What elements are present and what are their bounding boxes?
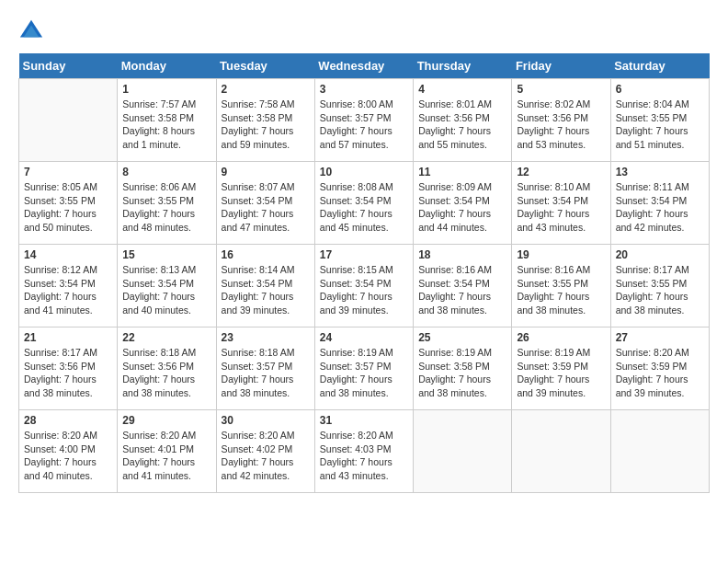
cell-date-number: 23 bbox=[222, 331, 310, 344]
calendar-cell: 1Sunrise: 7:57 AMSunset: 3:58 PMDaylight… bbox=[118, 79, 216, 162]
cell-date-number: 31 bbox=[320, 414, 408, 427]
cell-date-number: 3 bbox=[320, 83, 408, 96]
calendar-cell: 21Sunrise: 8:17 AMSunset: 3:56 PMDayligh… bbox=[19, 327, 118, 410]
cell-date-number: 15 bbox=[122, 248, 210, 261]
calendar-cell: 27Sunrise: 8:20 AMSunset: 3:59 PMDayligh… bbox=[610, 327, 709, 410]
calendar-cell: 17Sunrise: 8:15 AMSunset: 3:54 PMDayligh… bbox=[314, 245, 413, 327]
column-header-wednesday: Wednesday bbox=[314, 53, 413, 79]
cell-info-text: Sunrise: 8:04 AMSunset: 3:55 PMDaylight:… bbox=[616, 98, 704, 152]
cell-info-text: Sunrise: 8:20 AMSunset: 4:00 PMDaylight:… bbox=[24, 429, 112, 483]
cell-date-number: 12 bbox=[517, 166, 605, 178]
logo-icon bbox=[18, 18, 44, 44]
calendar-cell: 19Sunrise: 8:16 AMSunset: 3:55 PMDayligh… bbox=[512, 245, 610, 327]
cell-info-text: Sunrise: 8:16 AMSunset: 3:55 PMDaylight:… bbox=[517, 263, 605, 317]
cell-info-text: Sunrise: 8:14 AMSunset: 3:54 PMDaylight:… bbox=[222, 263, 310, 317]
cell-date-number: 4 bbox=[418, 83, 506, 96]
cell-info-text: Sunrise: 8:08 AMSunset: 3:54 PMDaylight:… bbox=[320, 180, 408, 235]
calendar-cell: 26Sunrise: 8:19 AMSunset: 3:59 PMDayligh… bbox=[512, 327, 610, 410]
calendar-cell bbox=[19, 79, 118, 162]
column-header-thursday: Thursday bbox=[414, 53, 512, 79]
cell-info-text: Sunrise: 8:17 AMSunset: 3:55 PMDaylight:… bbox=[616, 263, 704, 317]
cell-info-text: Sunrise: 8:05 AMSunset: 3:55 PMDaylight:… bbox=[24, 180, 112, 235]
calendar-week-2: 7Sunrise: 8:05 AMSunset: 3:55 PMDaylight… bbox=[19, 162, 710, 245]
column-header-sunday: Sunday bbox=[19, 53, 118, 79]
cell-info-text: Sunrise: 7:58 AMSunset: 3:58 PMDaylight:… bbox=[222, 98, 310, 152]
cell-info-text: Sunrise: 8:20 AMSunset: 4:03 PMDaylight:… bbox=[320, 429, 408, 483]
cell-date-number: 18 bbox=[418, 248, 506, 261]
calendar-week-1: 1Sunrise: 7:57 AMSunset: 3:58 PMDaylight… bbox=[19, 79, 710, 162]
calendar-cell: 18Sunrise: 8:16 AMSunset: 3:54 PMDayligh… bbox=[414, 245, 512, 327]
page-header bbox=[18, 18, 710, 44]
cell-info-text: Sunrise: 8:20 AMSunset: 4:01 PMDaylight:… bbox=[122, 429, 210, 483]
calendar-cell: 31Sunrise: 8:20 AMSunset: 4:03 PMDayligh… bbox=[314, 410, 413, 493]
column-header-friday: Friday bbox=[512, 53, 610, 79]
cell-date-number: 20 bbox=[616, 248, 704, 261]
cell-info-text: Sunrise: 8:13 AMSunset: 3:54 PMDaylight:… bbox=[122, 263, 210, 317]
cell-date-number: 2 bbox=[222, 83, 310, 96]
calendar-table: SundayMondayTuesdayWednesdayThursdayFrid… bbox=[18, 53, 710, 493]
calendar-cell: 3Sunrise: 8:00 AMSunset: 3:57 PMDaylight… bbox=[314, 79, 413, 162]
cell-info-text: Sunrise: 8:20 AMSunset: 4:02 PMDaylight:… bbox=[222, 429, 310, 483]
calendar-cell: 10Sunrise: 8:08 AMSunset: 3:54 PMDayligh… bbox=[314, 162, 413, 245]
cell-date-number: 19 bbox=[517, 248, 605, 261]
cell-date-number: 1 bbox=[122, 83, 210, 96]
cell-info-text: Sunrise: 8:11 AMSunset: 3:54 PMDaylight:… bbox=[616, 180, 704, 235]
cell-date-number: 22 bbox=[122, 331, 210, 344]
calendar-cell bbox=[414, 410, 512, 493]
cell-info-text: Sunrise: 8:20 AMSunset: 3:59 PMDaylight:… bbox=[616, 346, 704, 400]
cell-info-text: Sunrise: 8:19 AMSunset: 3:57 PMDaylight:… bbox=[320, 346, 408, 400]
cell-date-number: 13 bbox=[616, 166, 704, 178]
cell-date-number: 16 bbox=[222, 248, 310, 261]
calendar-week-5: 28Sunrise: 8:20 AMSunset: 4:00 PMDayligh… bbox=[19, 410, 710, 493]
column-header-tuesday: Tuesday bbox=[216, 53, 314, 79]
calendar-cell: 6Sunrise: 8:04 AMSunset: 3:55 PMDaylight… bbox=[610, 79, 709, 162]
cell-info-text: Sunrise: 8:07 AMSunset: 3:54 PMDaylight:… bbox=[222, 180, 310, 235]
cell-date-number: 10 bbox=[320, 166, 408, 178]
cell-info-text: Sunrise: 8:00 AMSunset: 3:57 PMDaylight:… bbox=[320, 98, 408, 152]
cell-info-text: Sunrise: 8:10 AMSunset: 3:54 PMDaylight:… bbox=[517, 180, 605, 235]
cell-date-number: 30 bbox=[222, 414, 310, 427]
cell-date-number: 9 bbox=[222, 166, 310, 178]
calendar-cell: 4Sunrise: 8:01 AMSunset: 3:56 PMDaylight… bbox=[414, 79, 512, 162]
cell-date-number: 6 bbox=[616, 83, 704, 96]
cell-date-number: 7 bbox=[24, 166, 112, 178]
cell-date-number: 17 bbox=[320, 248, 408, 261]
cell-info-text: Sunrise: 8:09 AMSunset: 3:54 PMDaylight:… bbox=[418, 180, 506, 235]
calendar-week-3: 14Sunrise: 8:12 AMSunset: 3:54 PMDayligh… bbox=[19, 245, 710, 327]
cell-date-number: 29 bbox=[122, 414, 210, 427]
calendar-cell: 15Sunrise: 8:13 AMSunset: 3:54 PMDayligh… bbox=[118, 245, 216, 327]
calendar-cell: 11Sunrise: 8:09 AMSunset: 3:54 PMDayligh… bbox=[414, 162, 512, 245]
column-header-saturday: Saturday bbox=[610, 53, 709, 79]
calendar-cell: 20Sunrise: 8:17 AMSunset: 3:55 PMDayligh… bbox=[610, 245, 709, 327]
calendar-cell: 29Sunrise: 8:20 AMSunset: 4:01 PMDayligh… bbox=[118, 410, 216, 493]
cell-info-text: Sunrise: 8:19 AMSunset: 3:58 PMDaylight:… bbox=[418, 346, 506, 400]
calendar-cell: 23Sunrise: 8:18 AMSunset: 3:57 PMDayligh… bbox=[216, 327, 314, 410]
cell-date-number: 8 bbox=[122, 166, 210, 178]
cell-info-text: Sunrise: 8:17 AMSunset: 3:56 PMDaylight:… bbox=[24, 346, 112, 400]
calendar-cell: 8Sunrise: 8:06 AMSunset: 3:55 PMDaylight… bbox=[118, 162, 216, 245]
calendar-cell: 5Sunrise: 8:02 AMSunset: 3:56 PMDaylight… bbox=[512, 79, 610, 162]
cell-info-text: Sunrise: 8:18 AMSunset: 3:57 PMDaylight:… bbox=[222, 346, 310, 400]
calendar-week-4: 21Sunrise: 8:17 AMSunset: 3:56 PMDayligh… bbox=[19, 327, 710, 410]
calendar-cell: 28Sunrise: 8:20 AMSunset: 4:00 PMDayligh… bbox=[19, 410, 118, 493]
calendar-cell: 7Sunrise: 8:05 AMSunset: 3:55 PMDaylight… bbox=[19, 162, 118, 245]
cell-date-number: 11 bbox=[418, 166, 506, 178]
cell-date-number: 14 bbox=[24, 248, 112, 261]
calendar-cell: 2Sunrise: 7:58 AMSunset: 3:58 PMDaylight… bbox=[216, 79, 314, 162]
cell-date-number: 28 bbox=[24, 414, 112, 427]
cell-date-number: 5 bbox=[517, 83, 605, 96]
cell-date-number: 27 bbox=[616, 331, 704, 344]
cell-info-text: Sunrise: 7:57 AMSunset: 3:58 PMDaylight:… bbox=[122, 98, 210, 152]
calendar-cell: 25Sunrise: 8:19 AMSunset: 3:58 PMDayligh… bbox=[414, 327, 512, 410]
cell-date-number: 25 bbox=[418, 331, 506, 344]
column-header-monday: Monday bbox=[118, 53, 216, 79]
cell-info-text: Sunrise: 8:19 AMSunset: 3:59 PMDaylight:… bbox=[517, 346, 605, 400]
cell-info-text: Sunrise: 8:18 AMSunset: 3:56 PMDaylight:… bbox=[122, 346, 210, 400]
calendar-cell: 24Sunrise: 8:19 AMSunset: 3:57 PMDayligh… bbox=[314, 327, 413, 410]
calendar-header-row: SundayMondayTuesdayWednesdayThursdayFrid… bbox=[19, 53, 710, 79]
logo bbox=[18, 18, 48, 44]
calendar-cell bbox=[610, 410, 709, 493]
cell-info-text: Sunrise: 8:15 AMSunset: 3:54 PMDaylight:… bbox=[320, 263, 408, 317]
cell-date-number: 21 bbox=[24, 331, 112, 344]
calendar-cell: 30Sunrise: 8:20 AMSunset: 4:02 PMDayligh… bbox=[216, 410, 314, 493]
